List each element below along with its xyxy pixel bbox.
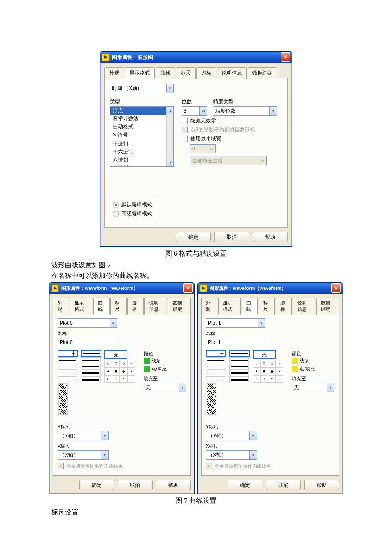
tab-plots[interactable]: 曲线 — [242, 298, 258, 315]
axis-select-value: 时间 （X轴） — [112, 85, 142, 92]
tabstrip: 外观 显示格式 曲线 标尺 游标 说明信息 数据绑定 — [201, 297, 339, 315]
min-field-value: 0 — [192, 146, 195, 152]
axis-select[interactable]: 时间 （X轴） ▼ — [110, 84, 174, 93]
tab-format[interactable]: 显示格式 — [218, 298, 241, 315]
close-icon[interactable]: ✕ — [183, 283, 193, 293]
radio-default-mode[interactable]: 默认编辑模式 — [113, 201, 152, 208]
tab-plots[interactable]: 曲线 — [156, 67, 175, 79]
tab-doc[interactable]: 说明信息 — [293, 298, 316, 315]
tab-appearance[interactable]: 外观 — [104, 67, 124, 79]
list-item[interactable]: 十进制 — [110, 140, 173, 148]
legend-line[interactable]: 线条 — [144, 358, 186, 364]
precision-select[interactable]: 精度位数 ▼ — [213, 106, 277, 116]
tab-databind[interactable]: 数据绑定 — [316, 298, 339, 315]
plot-select[interactable]: Plot 1▼ — [206, 318, 265, 328]
help-button[interactable]: 帮助 — [253, 232, 288, 242]
xscale-select[interactable]: （X轴）▼ — [206, 450, 257, 460]
tab-scales[interactable]: 标尺 — [176, 67, 196, 79]
yscale-label: Y标尺 — [206, 424, 334, 430]
marker-grid[interactable]: ○□◇▫ ●■◆▪ ×+*· — [253, 360, 283, 383]
cancel-button[interactable]: 取消 — [118, 480, 153, 490]
legend-fill[interactable]: 点/填充 — [144, 366, 186, 372]
line-style-group[interactable]: ┼ — [206, 350, 226, 383]
checkbox-icon — [58, 463, 64, 469]
list-item[interactable]: 八进制 — [110, 156, 173, 164]
type-listbox[interactable]: 浮点 科学计数法 自动格式 SI符号 十进制 十六进制 八进制 二进制 ▲ ▼ — [110, 106, 174, 167]
tab-format[interactable]: 显示格式 — [70, 298, 93, 315]
line-style-group[interactable]: ┼ — [58, 350, 78, 383]
help-button[interactable]: 帮助 — [156, 480, 191, 490]
close-icon[interactable]: ✕ — [281, 52, 290, 62]
name-input[interactable]: Plot 1 — [206, 338, 265, 347]
scroll-down-icon[interactable]: ▼ — [167, 159, 174, 166]
yscale-select[interactable]: （Y轴）▼ — [206, 431, 257, 440]
list-item[interactable]: 二进制 — [110, 164, 173, 167]
tab-databind[interactable]: 数据绑定 — [248, 67, 277, 79]
legend-fill[interactable]: 点/填充 — [292, 366, 334, 372]
tab-plots[interactable]: 曲线 — [93, 298, 110, 315]
chevron-down-icon: ▼ — [101, 451, 108, 459]
tab-appearance[interactable]: 外观 — [201, 298, 217, 315]
ok-button[interactable]: 确定 — [79, 480, 114, 490]
spinner-icon: ▴▾ — [199, 107, 207, 115]
marker-none[interactable]: 无 — [104, 350, 127, 359]
help-button[interactable]: 帮助 — [304, 480, 339, 490]
fill-to-select[interactable]: 无▼ — [144, 383, 186, 392]
marker-none[interactable]: 无 — [253, 350, 276, 359]
figure-caption-6: 图 6 格式与精度设置 — [0, 249, 392, 258]
titlebar[interactable]: 图形属性：波形图 ✕ — [100, 52, 292, 63]
precision-label: 精度类型 — [213, 98, 282, 105]
fill-to-label: 填充至 — [292, 376, 334, 382]
titlebar[interactable]: 图形属性：waveform（waveform） ✕ — [198, 283, 343, 294]
radio-advanced-mode[interactable]: 高级编辑模式 — [113, 210, 152, 217]
xscale-select[interactable]: （X轴）▼ — [58, 450, 109, 460]
radio-icon — [113, 202, 119, 208]
scroll-up-icon[interactable]: ▲ — [167, 107, 174, 114]
name-input[interactable]: Plot 0 — [58, 338, 117, 347]
tab-scales[interactable]: 标尺 — [110, 298, 127, 315]
yscale-label: Y标尺 — [58, 424, 186, 430]
body-text: 波形曲线设置如图 7 — [51, 261, 392, 270]
tab-doc[interactable]: 说明信息 — [144, 298, 167, 315]
ok-button[interactable]: 确定 — [228, 480, 262, 490]
tab-cursors[interactable]: 游标 — [276, 298, 292, 315]
tab-scales[interactable]: 标尺 — [259, 298, 275, 315]
cancel-button[interactable]: 取消 — [214, 232, 249, 242]
tab-cursors[interactable]: 游标 — [127, 298, 144, 315]
panel-format: 时间 （X轴） ▼ 类型 浮点 科学计数法 自动格式 SI符号 十进制 十六进制… — [104, 78, 288, 228]
marker-grid[interactable]: ○□◇▫ ●■◆▪ ×+*· — [104, 360, 135, 383]
tab-format[interactable]: 显示格式 — [125, 67, 155, 79]
list-item[interactable]: 自动格式 — [110, 123, 173, 131]
ok-button[interactable]: 确定 — [176, 232, 211, 242]
digits-spinner[interactable]: 3 ▴▾ — [182, 106, 207, 116]
line-width-group[interactable] — [81, 350, 101, 383]
color-swatch-fill — [292, 366, 298, 372]
tab-cursors[interactable]: 游标 — [196, 67, 216, 79]
list-item[interactable]: 浮点 — [110, 107, 173, 115]
interp-group[interactable] — [58, 383, 68, 415]
chk-hide-zero[interactable]: 隐藏无效零 — [182, 117, 282, 124]
tab-doc[interactable]: 说明信息 — [217, 67, 247, 79]
chevron-down-icon: ▼ — [258, 319, 265, 327]
chevron-down-icon: ▼ — [249, 431, 257, 440]
dialog-plot-a: 图形属性：waveform（waveform） ✕ 外观 显示格式 曲线 标尺 … — [49, 282, 195, 494]
chk-min-field[interactable]: 使用最小域宽 — [182, 135, 282, 142]
yscale-select[interactable]: （Y轴）▼ — [58, 431, 109, 440]
interp-group[interactable] — [207, 383, 216, 415]
legend-line[interactable]: 线条 — [292, 358, 334, 364]
scrollbar[interactable]: ▲ ▼ — [166, 107, 173, 166]
tab-databind[interactable]: 数据绑定 — [168, 298, 191, 315]
plot-select[interactable]: Plot 0▼ — [58, 318, 117, 328]
color-swatch-line — [144, 358, 150, 364]
app-icon — [102, 53, 110, 61]
list-item[interactable]: 科学计数法 — [110, 115, 173, 123]
close-icon[interactable]: ✕ — [331, 283, 341, 293]
line-width-group[interactable] — [229, 350, 250, 383]
titlebar[interactable]: 图形属性：waveform（waveform） ✕ — [49, 283, 194, 294]
list-item[interactable]: SI符号 — [110, 131, 173, 139]
fill-to-select[interactable]: 无▼ — [292, 383, 334, 392]
cancel-button[interactable]: 取消 — [266, 480, 301, 490]
color-swatch-fill — [144, 366, 150, 372]
tab-appearance[interactable]: 外观 — [53, 298, 69, 315]
list-item[interactable]: 十六进制 — [110, 148, 173, 156]
